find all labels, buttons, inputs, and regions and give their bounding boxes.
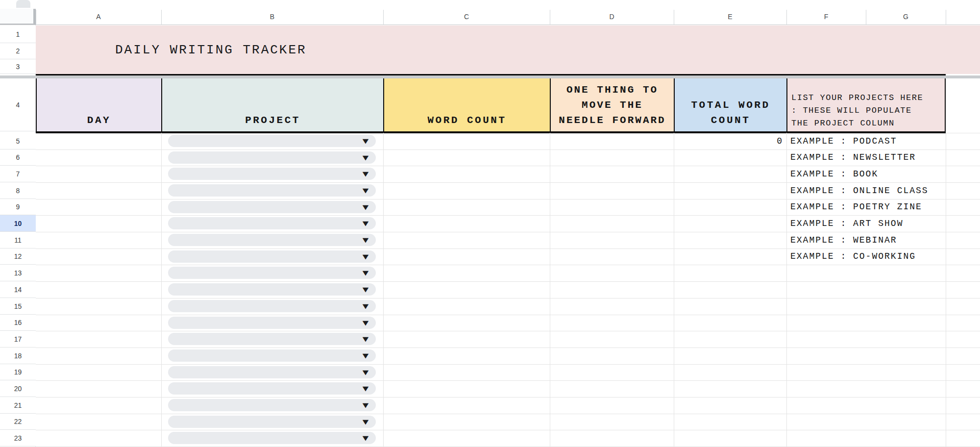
row-header-21[interactable]: 21	[0, 397, 36, 414]
header-cell-total-word-count[interactable]: TOTAL WORD COUNT	[674, 78, 786, 131]
dropdown-arrow-icon: ▼	[363, 237, 369, 243]
header-cell-projects-note[interactable]: LIST YOUR PROJECTS HERE : THESE WILL POP…	[786, 78, 946, 131]
project-example-cell[interactable]: EXAMPLE : NEWSLETTER	[790, 149, 916, 166]
row-header-13[interactable]: 13	[0, 265, 36, 281]
dropdown-arrow-icon: ▼	[363, 369, 369, 375]
select-all-corner[interactable]	[0, 9, 36, 25]
project-example-cell[interactable]: EXAMPLE : POETRY ZINE	[790, 199, 922, 215]
project-example-cell[interactable]: EXAMPLE : BOOK	[790, 166, 878, 182]
header-cell-word-count[interactable]: WORD COUNT	[383, 78, 550, 131]
row-header-15[interactable]: 15	[0, 298, 36, 315]
project-dropdown[interactable]: ▼	[168, 135, 376, 147]
column-header-g[interactable]: G	[866, 9, 946, 25]
project-dropdown[interactable]: ▼	[168, 300, 376, 312]
total-word-count-value-cell[interactable]: 0	[674, 133, 783, 149]
project-dropdown[interactable]: ▼	[168, 317, 376, 329]
dropdown-arrow-icon: ▼	[363, 402, 369, 408]
row-header-14[interactable]: 14	[0, 281, 36, 298]
row-header-12[interactable]: 12	[0, 248, 36, 265]
gridline	[36, 281, 980, 282]
row-header-10[interactable]: 10	[0, 215, 36, 232]
header-cell-day[interactable]: DAY	[36, 78, 161, 131]
project-dropdown[interactable]: ▼	[168, 366, 376, 378]
project-dropdown[interactable]: ▼	[168, 416, 376, 428]
row-header-19[interactable]: 19	[0, 364, 36, 380]
column-header-separator	[866, 10, 866, 25]
gridline	[36, 430, 980, 430]
column-header-separator	[674, 10, 674, 25]
project-dropdown[interactable]: ▼	[168, 267, 376, 279]
dropdown-arrow-icon: ▼	[363, 435, 369, 441]
column-header-b[interactable]: B	[161, 9, 383, 25]
row-header-22[interactable]: 22	[0, 414, 36, 430]
gridline	[674, 133, 674, 447]
project-dropdown[interactable]: ▼	[168, 382, 376, 395]
row-header-2[interactable]: 2	[0, 43, 36, 59]
column-header-e[interactable]: E	[674, 9, 786, 25]
title-band-rows-1-3[interactable]: DAILY WRITING TRACKER	[36, 25, 980, 74]
row-header-11[interactable]: 11	[0, 232, 36, 248]
column-header-a[interactable]: A	[36, 9, 161, 25]
project-example-cell[interactable]: EXAMPLE : WEBINAR	[790, 232, 897, 248]
project-dropdown[interactable]: ▼	[168, 250, 376, 263]
row-header-20[interactable]: 20	[0, 380, 36, 397]
row-header-16[interactable]: 16	[0, 315, 36, 331]
project-dropdown[interactable]: ▼	[168, 333, 376, 345]
column-header-c[interactable]: C	[383, 9, 550, 25]
column-header-separator	[36, 10, 36, 25]
freeze-handle-tab[interactable]	[16, 0, 30, 8]
column-header-separator	[383, 10, 384, 25]
dropdown-arrow-icon: ▼	[363, 270, 369, 276]
project-dropdown[interactable]: ▼	[168, 184, 376, 197]
dropdown-arrow-icon: ▼	[363, 352, 369, 359]
dropdown-arrow-icon: ▼	[363, 320, 369, 326]
gridline	[36, 364, 980, 365]
project-dropdown[interactable]: ▼	[168, 168, 376, 180]
project-dropdown[interactable]: ▼	[168, 234, 376, 246]
row-header-3[interactable]: 3	[0, 59, 36, 74]
row-header-18[interactable]: 18	[0, 348, 36, 364]
gridline	[36, 348, 980, 348]
row-header-9[interactable]: 9	[0, 199, 36, 215]
gridline	[36, 265, 980, 265]
project-example-cell[interactable]: EXAMPLE : ONLINE CLASS	[790, 182, 929, 199]
gridline	[383, 133, 384, 447]
top-strip	[0, 0, 980, 9]
header-cell-one-thing[interactable]: ONE THING TO MOVE THE NEEDLE FORWARD	[550, 78, 674, 131]
column-header-separator	[161, 10, 162, 25]
header-cell-project[interactable]: PROJECT	[161, 78, 383, 131]
column-header-d[interactable]: D	[550, 9, 674, 25]
project-dropdown[interactable]: ▼	[168, 151, 376, 164]
gridline	[36, 397, 980, 397]
project-dropdown[interactable]: ▼	[168, 399, 376, 411]
column-header-f[interactable]: F	[786, 9, 866, 25]
column-header-separator	[946, 10, 946, 25]
gridline	[36, 380, 980, 381]
gridline	[36, 315, 980, 315]
dropdown-arrow-icon: ▼	[363, 187, 369, 194]
project-dropdown[interactable]: ▼	[168, 217, 376, 229]
column-header-separator	[550, 10, 550, 25]
row-header-6[interactable]: 6	[0, 149, 36, 166]
gridline	[550, 133, 550, 447]
row-header-8[interactable]: 8	[0, 182, 36, 199]
dropdown-arrow-icon: ▼	[363, 419, 369, 425]
project-example-cell[interactable]: EXAMPLE : PODCAST	[790, 133, 897, 149]
project-dropdown[interactable]: ▼	[168, 432, 376, 444]
gridline	[786, 133, 787, 447]
project-dropdown[interactable]: ▼	[168, 283, 376, 296]
row-header-5[interactable]: 5	[0, 133, 36, 149]
row-header-23[interactable]: 23	[0, 430, 36, 447]
row-header-17[interactable]: 17	[0, 331, 36, 348]
dropdown-arrow-icon: ▼	[363, 220, 369, 226]
dropdown-arrow-icon: ▼	[363, 286, 369, 293]
dropdown-arrow-icon: ▼	[363, 171, 369, 177]
project-dropdown[interactable]: ▼	[168, 349, 376, 362]
gridline	[946, 133, 946, 447]
project-dropdown[interactable]: ▼	[168, 201, 376, 213]
row-header-7[interactable]: 7	[0, 166, 36, 182]
row-header-1[interactable]: 1	[0, 25, 36, 43]
row-header-4[interactable]: 4	[0, 78, 36, 131]
project-example-cell[interactable]: EXAMPLE : CO-WORKING	[790, 248, 916, 265]
project-example-cell[interactable]: EXAMPLE : ART SHOW	[790, 215, 903, 232]
